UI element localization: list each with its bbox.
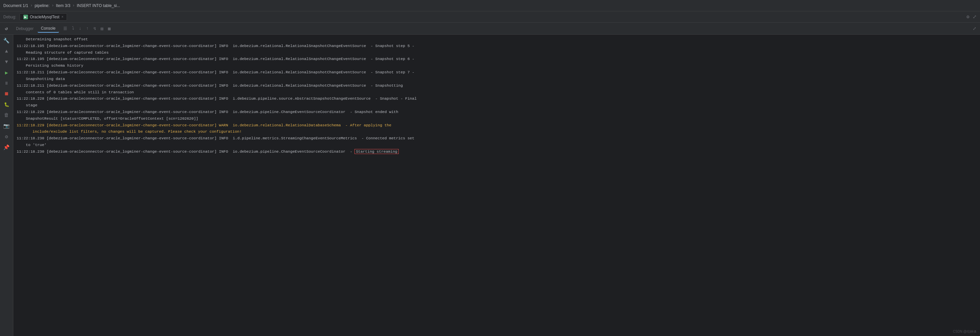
sidebar-stop-btn[interactable]: ⏹ — [2, 89, 11, 99]
step-out-icon[interactable]: ↑ — [84, 25, 91, 32]
toolbar: ↺ Debugger Console ☰ ⤵ ↓ ↑ ↯ ▤ ▦ ⤢ — [0, 23, 980, 35]
debug-tab-close-btn[interactable]: × — [61, 15, 63, 19]
item-label: Item 3/3 — [56, 3, 70, 8]
log-line: 11:22:18.230 [debezium-oracleconnector-o… — [13, 148, 980, 155]
sep1: › — [30, 3, 33, 8]
log-line: Determining snapshot offset — [13, 36, 980, 43]
debug-label: Debug: — [3, 15, 16, 19]
log-line: Reading structure of captured tables — [13, 49, 980, 56]
log-line: SnapshotResult [status=COMPLETED, offset… — [13, 115, 980, 122]
log-line: 11:22:18.228 [debezium-oracleconnector-o… — [13, 109, 980, 115]
log-line: 11:22:18.195 [debezium-oracleconnector-o… — [13, 56, 980, 62]
log-line: 11:22:18.228 [debezium-oracleconnector-o… — [13, 96, 980, 102]
log-line: Persisting schema history — [13, 62, 980, 69]
title-bar: Document 1/1 › pipeline: › Item 3/3 › IN… — [0, 0, 980, 11]
right-icons: ⤢ — [971, 25, 978, 32]
sidebar-resume-btn[interactable]: ▶ — [2, 68, 11, 77]
log-line: stage — [13, 102, 980, 109]
sidebar-up-btn[interactable]: ▲ — [2, 47, 11, 56]
debug-tab-icon: ▶ — [23, 15, 28, 19]
log-line: contents of 0 tables while still in tran… — [13, 89, 980, 96]
step-into-icon[interactable]: ↓ — [77, 25, 83, 32]
debug-tab[interactable]: ▶ OracleMysqlTest × — [20, 13, 67, 21]
log-line: 11:22:18.211 [debezium-oracleconnector-o… — [13, 69, 980, 76]
run-icon[interactable]: ▤ — [99, 25, 105, 32]
console-tab[interactable]: Console — [38, 25, 59, 33]
log-line: 11:22:18.230 [debezium-oracleconnector-o… — [13, 135, 980, 142]
list-icon[interactable]: ☰ — [62, 25, 69, 32]
sidebar-pin-btn[interactable]: 📌 — [2, 143, 11, 152]
starting-streaming-highlight: Starting streaming — [355, 149, 398, 154]
settings-area: ⚙ ⤢ — [967, 14, 977, 20]
sidebar-trash-btn[interactable]: 🗑 — [2, 111, 11, 120]
sidebar-camera-btn[interactable]: 📷 — [2, 121, 11, 131]
sidebar-pause-btn[interactable]: ⏸ — [2, 79, 11, 88]
run-to-cursor-icon[interactable]: ↯ — [92, 25, 98, 32]
insert-label: INSERT INTO table_si... — [76, 3, 120, 8]
debug-tab-name: OracleMysqlTest — [30, 15, 60, 19]
debugger-tab[interactable]: Debugger — [13, 25, 37, 32]
document-label: Document 1/1 — [3, 3, 28, 8]
sep2: › — [52, 3, 54, 8]
sidebar-debug-btn[interactable]: 🐛 — [2, 100, 11, 109]
sep3: › — [72, 3, 75, 8]
step-over-icon[interactable]: ⤵ — [70, 25, 76, 32]
log-line: 11:22:18.211 [debezium-oracleconnector-o… — [13, 82, 980, 89]
pipeline-label: pipeline: — [35, 3, 49, 8]
console-area: Determining snapshot offset11:22:18.195 … — [13, 35, 980, 336]
refresh-btn[interactable]: ↺ — [2, 24, 11, 33]
log-line: 11:22:18.229 [debezium-oracleconnector-o… — [13, 122, 980, 129]
main-area: 🔧 ▲ ▼ ▶ ⏸ ⏹ 🐛 🗑 📷 ⚙ 📌 Determining snapsh… — [0, 35, 980, 336]
expand-icon-right[interactable]: ⤢ — [971, 25, 978, 32]
tab-group: Debugger Console — [13, 25, 59, 33]
frames-icon[interactable]: ▦ — [106, 25, 112, 32]
sidebar-wrench-btn[interactable]: 🔧 — [2, 36, 11, 45]
sidebar-settings-btn[interactable]: ⚙ — [2, 132, 11, 141]
log-line: to 'true' — [13, 142, 980, 148]
sidebar-down-btn[interactable]: ▼ — [2, 57, 11, 67]
watermark: CSDN @结林体 — [953, 329, 977, 334]
expand-icon[interactable]: ⤢ — [973, 14, 977, 20]
log-line: 11:22:18.195 [debezium-oracleconnector-o… — [13, 43, 980, 49]
left-sidebar: 🔧 ▲ ▼ ▶ ⏸ ⏹ 🐛 🗑 📷 ⚙ 📌 — [0, 35, 13, 336]
console-icon-group: ☰ ⤵ ↓ ↑ ↯ ▤ ▦ — [62, 25, 112, 32]
debug-bar: Debug: ▶ OracleMysqlTest × ⚙ ⤢ — [0, 11, 980, 23]
log-line: Snapshotting data — [13, 76, 980, 82]
log-line: include/exclude list filters, no changes… — [13, 128, 980, 135]
settings-icon[interactable]: ⚙ — [967, 14, 969, 20]
